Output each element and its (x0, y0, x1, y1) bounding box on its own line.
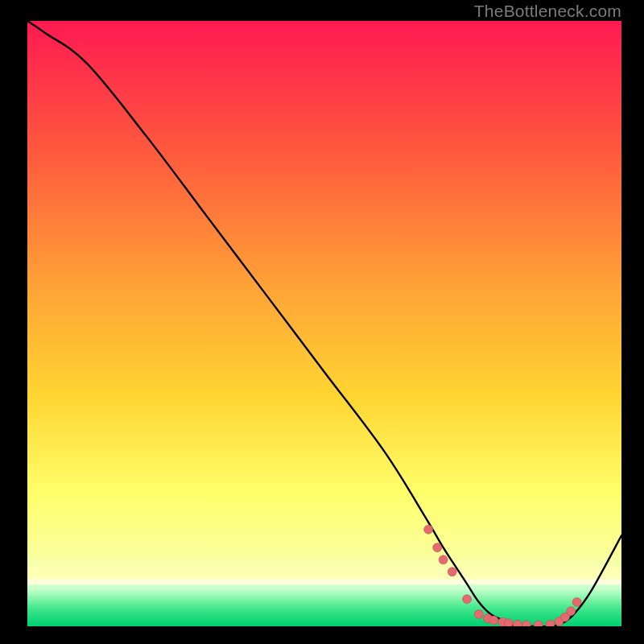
data-point (474, 610, 483, 619)
data-point (504, 619, 513, 626)
data-point (433, 543, 442, 552)
green-band (27, 584, 621, 626)
heat-gradient (27, 21, 621, 626)
data-point (439, 555, 448, 564)
data-point (546, 620, 555, 626)
data-point (567, 607, 576, 616)
data-point (513, 620, 522, 626)
chart-frame: TheBottleneck.com (0, 0, 644, 644)
data-point (424, 525, 433, 534)
attribution-label: TheBottleneck.com (474, 2, 621, 21)
data-point (463, 595, 472, 604)
data-point (572, 597, 581, 606)
plot-area (27, 21, 621, 626)
chart-svg (27, 21, 621, 626)
data-point (448, 568, 456, 576)
data-point (489, 616, 498, 625)
